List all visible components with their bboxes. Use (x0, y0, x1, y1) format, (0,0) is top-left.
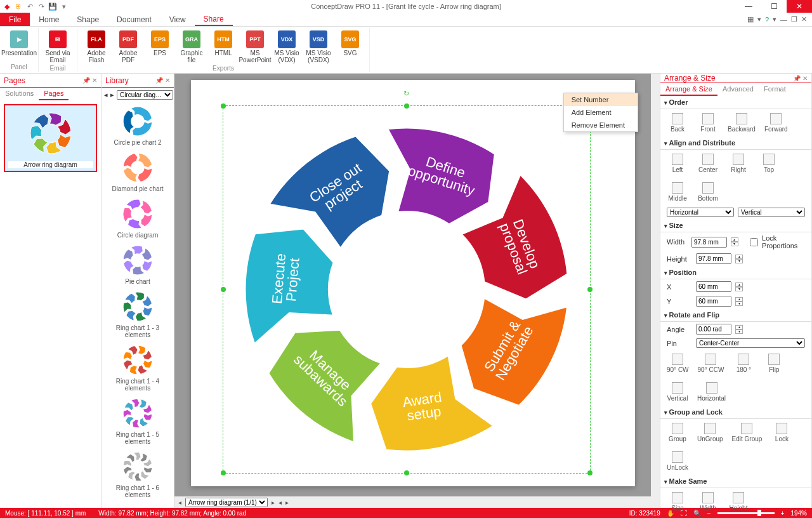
arrow-ring-diagram[interactable]: DefineopportunityDevelopproposalSubmit &… (223, 105, 591, 474)
vert-distribute[interactable]: Vertical (738, 208, 805, 217)
rotate-vertical[interactable]: Vertical (667, 382, 688, 402)
scrollbar-vertical[interactable] (651, 74, 660, 508)
mdi-close-icon[interactable]: ✕ (801, 15, 807, 23)
width-input[interactable] (691, 237, 727, 248)
lock-prop-checkbox[interactable] (750, 238, 758, 246)
hbar-prev-icon[interactable]: ◂ (178, 499, 181, 506)
maximize-button[interactable]: ☐ (761, 0, 787, 13)
order-front[interactable]: Front (697, 113, 719, 133)
order-back[interactable]: Back (667, 113, 688, 133)
group-ungroup[interactable]: UnGroup (697, 423, 723, 442)
send-email-button[interactable]: ✉Send via Email (43, 29, 73, 63)
group-unlock[interactable]: UnLock (667, 451, 688, 471)
redo-icon[interactable]: ↷ (37, 2, 46, 11)
export-svg[interactable]: SVGSVG (335, 29, 365, 63)
presentation-button[interactable]: ▶Presentation (4, 29, 34, 62)
zoom-in-icon[interactable]: + (781, 510, 785, 517)
angle-input[interactable] (696, 324, 731, 335)
export-flash[interactable]: FLAAdobe Flash (81, 29, 112, 63)
y-input[interactable] (696, 296, 731, 307)
sect-size[interactable]: Size (660, 219, 811, 232)
library-dropdown[interactable]: Circular diag… (117, 90, 173, 100)
tab-document[interactable]: Document (108, 13, 160, 26)
pin-icon[interactable]: 📌 (793, 75, 801, 82)
sect-align[interactable]: Align and Distribute (660, 136, 811, 150)
rotate-handle-icon[interactable]: ↻ (403, 90, 409, 98)
group-lock[interactable]: Lock (771, 423, 792, 442)
rp-tab-advanced[interactable]: Advanced (717, 83, 759, 96)
make-width[interactable]: Width (697, 492, 719, 512)
lib-item[interactable]: Ring chart 1 - 3 elements (102, 288, 174, 341)
lib-item[interactable]: Circle diagram (102, 195, 174, 241)
panel-close-icon[interactable]: ✕ (92, 77, 97, 84)
pin-icon[interactable]: 📌 (82, 77, 90, 84)
help-icon[interactable]: ? (765, 16, 769, 23)
hand-tool-icon[interactable]: ✋ (667, 510, 674, 517)
lib-item[interactable]: Diamond pie chart (102, 149, 174, 195)
x-input[interactable] (696, 281, 731, 292)
lib-item[interactable]: Ring chart 1 - 5 elements (102, 394, 174, 448)
tab-home[interactable]: Home (30, 13, 68, 26)
tab-pages[interactable]: Pages (39, 88, 69, 100)
export-ppt[interactable]: PPTMS PowerPoint (240, 29, 270, 63)
align-center[interactable]: Center (697, 154, 719, 173)
align-right[interactable]: Right (728, 154, 749, 173)
lib-item[interactable]: Pie chart (102, 241, 174, 288)
dropdown-icon[interactable]: ▾ (60, 2, 69, 11)
group-group[interactable]: Group (667, 423, 688, 442)
rotate-flip[interactable]: Flip (763, 354, 785, 373)
lib-prev-icon[interactable]: ◂ (104, 91, 108, 99)
close-button[interactable]: ✕ (787, 0, 812, 13)
page-thumbnail[interactable]: Arrow ring diagram (4, 104, 97, 172)
lib-item[interactable]: Ring chart 1 - 6 elements (102, 448, 174, 501)
sect-rotate[interactable]: Rotate and Flip (660, 309, 811, 322)
minimize-button[interactable]: — (736, 0, 761, 13)
undo-icon[interactable]: ↶ (25, 2, 34, 11)
ctx-set-number[interactable]: Set Number (564, 93, 638, 106)
shield-icon[interactable]: ⛨ (14, 2, 23, 11)
make-size[interactable]: Size (667, 492, 688, 512)
group-edit-group[interactable]: Edit Group (732, 423, 763, 442)
zoom-out-icon[interactable]: − (707, 510, 711, 517)
align-bottom[interactable]: Bottom (697, 182, 719, 202)
order-forward[interactable]: Forward (764, 113, 788, 133)
sect-order[interactable]: Order (660, 96, 811, 109)
export-vdx[interactable]: VDXMS Visio (VDX) (272, 29, 302, 63)
panel-close-icon[interactable]: ✕ (802, 75, 808, 82)
make-height[interactable]: Height (728, 492, 749, 512)
rp-tab-arrange[interactable]: Arrange & Size (660, 83, 717, 96)
rotate--ccw[interactable]: 90° CCW (698, 354, 724, 373)
sect-group[interactable]: Group and Lock (660, 406, 811, 419)
rotate--[interactable]: 180 ° (733, 354, 754, 373)
scroll-right-icon[interactable]: ▸ (285, 499, 289, 506)
save-icon[interactable]: 💾 (48, 2, 57, 11)
scroll-left-icon[interactable]: ◂ (278, 499, 282, 506)
export-eps[interactable]: EPSEPS (145, 29, 175, 63)
pin-icon[interactable]: 📌 (155, 77, 163, 84)
align-left[interactable]: Left (667, 154, 688, 173)
lib-next-icon[interactable]: ▸ (110, 91, 114, 99)
drawing-page[interactable]: DefineopportunityDevelopproposalSubmit &… (191, 80, 635, 486)
export-pdf[interactable]: PDFAdobe PDF (113, 29, 143, 63)
align-middle[interactable]: Middle (667, 182, 688, 202)
sect-position[interactable]: Position (660, 266, 811, 279)
tab-share[interactable]: Share (195, 13, 233, 26)
export-graphic[interactable]: GRAGraphic file (176, 29, 207, 63)
align-top[interactable]: Top (758, 154, 780, 173)
export-html[interactable]: HTMHTML (208, 29, 239, 63)
tab-solutions[interactable]: Solutions (0, 88, 39, 100)
file-tab[interactable]: File (0, 13, 30, 26)
horiz-distribute[interactable]: Horizontal (667, 208, 734, 217)
tab-view[interactable]: View (160, 13, 195, 26)
ctx-remove-element[interactable]: Remove Element (564, 119, 638, 131)
mdi-min-icon[interactable]: — (780, 16, 787, 23)
rotate--cw[interactable]: 90° CW (667, 354, 689, 373)
page-tabs-select[interactable]: Arrow ring diagram (1/1) (185, 498, 268, 507)
rotate-horizontal[interactable]: Horizontal (697, 382, 726, 402)
export-vsdx[interactable]: VSDMS Visio (VSDX) (303, 29, 334, 63)
zoom-fit-icon[interactable]: ⛶ (681, 510, 687, 517)
height-input[interactable] (696, 253, 731, 264)
panel-close-icon[interactable]: ✕ (165, 77, 170, 84)
tab-shape[interactable]: Shape (68, 13, 108, 26)
rp-tab-format[interactable]: Format (759, 83, 791, 96)
